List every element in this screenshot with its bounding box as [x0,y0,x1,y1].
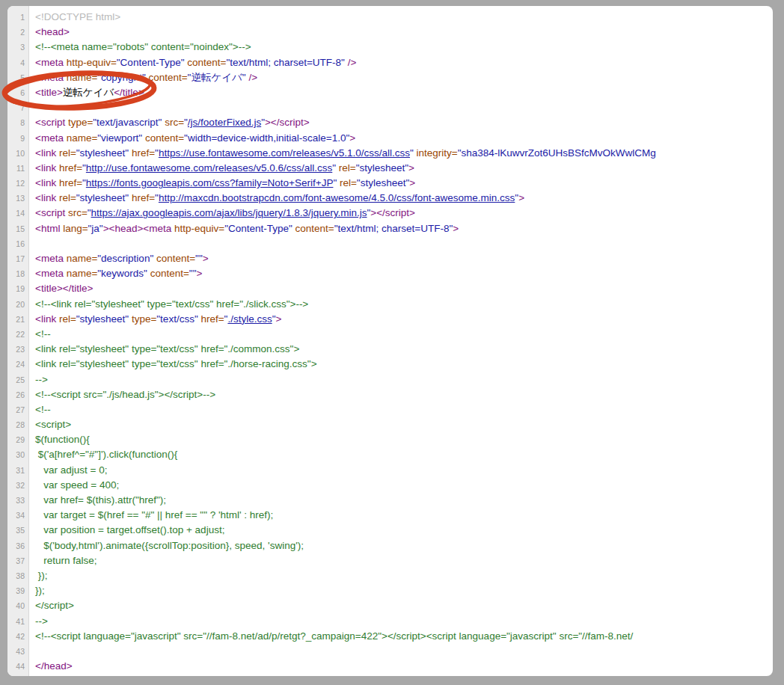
code-text: <script type="text/javascript" src="/js/… [29,115,773,130]
line-number: 11 [7,161,29,176]
code-token: "description" [97,253,153,264]
line-number: 18 [7,266,29,281]
code-text [29,236,773,251]
code-token: "ja" [88,223,103,234]
line-number: 28 [7,417,29,432]
code-text: <script> [29,417,773,432]
code-token: 逆転ケイバ [63,87,114,98]
line-number: 35 [7,523,29,538]
code-token: var href= $(this).attr("href"); [35,494,166,506]
code-token: "逆転ケイバ" [188,72,246,83]
url-link[interactable]: /js/footerFixed.js [188,117,261,128]
code-token: <link rel="stylesheet" type="text/css" h… [35,358,317,369]
code-token: "copyright" [97,72,145,83]
line-number: 19 [7,281,29,296]
code-line: 12<link href="https://fonts.googleapis.c… [7,176,773,191]
code-line: 10<link rel="stylesheet" href="https://u… [7,146,773,161]
code-token: <!DOCTYPE html> [35,11,120,22]
code-token: <meta [35,253,67,264]
code-token: ><head><meta [103,223,174,234]
code-token: name= [67,132,98,144]
code-token: content= [293,223,334,234]
code-token: integrity= [414,147,458,159]
code-text: var href= $(this).attr("href"); [29,493,773,508]
code-token: name= [67,72,98,83]
view-source-page[interactable]: 1<!DOCTYPE html>2<head>3<!--<meta name="… [7,6,773,676]
line-number: 27 [7,402,29,417]
line-number: 13 [7,191,29,206]
line-number: 17 [7,251,29,266]
code-line: 39}); [7,583,773,598]
code-token: content= [142,132,184,144]
code-text: <link href="https://fonts.googleapis.com… [29,176,773,191]
code-text: <link rel="stylesheet" type="text/css" h… [29,312,773,327]
url-link[interactable]: ./style.css [227,313,272,325]
code-token: </script> [35,600,74,611]
code-text: <title></title> [29,281,773,296]
code-token: <!--<link rel="stylesheet" type="text/cs… [35,298,308,310]
code-token: <!--<meta name="robots" content="noindex… [35,41,251,52]
line-number: 22 [7,327,29,342]
url-link[interactable]: http://use.fontawesome.com/releases/v5.0… [86,162,332,173]
line-number: 16 [7,236,29,251]
code-token: <title></title> [35,283,93,294]
code-text: <meta name="description" content=""> [29,251,773,266]
code-text: <meta name="copyright" content="逆転ケイバ" /… [29,70,773,85]
code-token: "stylesheet" [76,192,129,203]
line-number: 15 [7,221,29,236]
code-text: <link rel="stylesheet" href="https://use… [29,146,773,161]
code-line: 5<meta name="copyright" content="逆転ケイバ" … [7,70,773,85]
code-line: 7 [7,100,773,115]
code-line: 14<script src="https://ajax.googleapis.c… [7,206,773,221]
code-text [29,100,773,115]
url-link[interactable]: http://maxcdn.bootstrapcdn.com/font-awes… [159,192,515,203]
code-text: <html lang="ja"><head><meta http-equiv="… [29,221,773,236]
code-text: <link rel="stylesheet" type="text/css" h… [29,357,773,372]
code-text: var adjust = 0; [29,463,773,478]
url-link[interactable]: https://fonts.googleapis.com/css?family=… [86,177,334,188]
code-token: ></script> [370,207,415,218]
code-text: <!--<meta name="robots" content="noindex… [29,40,773,55]
code-token: var adjust = 0; [35,464,107,476]
url-link[interactable]: https://use.fontawesome.com/releases/v5.… [159,147,410,159]
code-text: $('a[href^="#"]').click(function(){ [29,447,773,462]
code-text: <link rel="stylesheet" href="http://maxc… [29,191,773,206]
code-token: $('body,html').animate({scrollTop:positi… [35,540,304,551]
code-token: --> [35,374,48,385]
line-number: 30 [7,447,29,462]
line-number: 3 [7,40,29,55]
code-token: "" [189,268,197,279]
code-token: <script [35,117,68,128]
code-line: 44</head> [7,659,773,674]
code-line: 35 var position = target.offset().top + … [7,523,773,538]
code-token: /> [246,72,257,83]
code-text: <meta http-equiv="Content-Type" content=… [29,55,773,70]
line-number: 29 [7,432,29,447]
line-number: 6 [7,85,29,100]
code-token: "stylesheet" [356,162,408,173]
line-number: 26 [7,387,29,402]
code-line: 3<!--<meta name="robots" content="noinde… [7,40,773,55]
source-code-view: 1<!DOCTYPE html>2<head>3<!--<meta name="… [7,10,773,674]
line-number: 7 [7,100,29,115]
line-number: 12 [7,176,29,191]
code-token: ></script> [265,117,310,128]
line-number: 8 [7,115,29,130]
code-token: <meta [35,57,67,68]
url-link[interactable]: https://ajax.googleapis.com/ajax/libs/jq… [91,207,367,218]
code-token: <!--<script src="./js/head.js"></script>… [35,389,215,400]
code-token: > [409,177,415,188]
code-token: <link [35,313,59,325]
line-number: 1 [7,10,29,25]
code-token: lang= [63,223,88,234]
code-line: 11<link href="http://use.fontawesome.com… [7,161,773,176]
code-text: <head> [29,25,773,40]
line-number: 34 [7,508,29,523]
code-line: 37 return false; [7,553,773,568]
code-token: <link [35,162,59,173]
code-text: <!--<script src="./js/head.js"></script>… [29,387,773,402]
code-token: rel= [59,313,76,325]
code-token: href= [59,162,82,173]
code-token: <meta [35,268,67,279]
code-token: <head> [35,26,70,37]
